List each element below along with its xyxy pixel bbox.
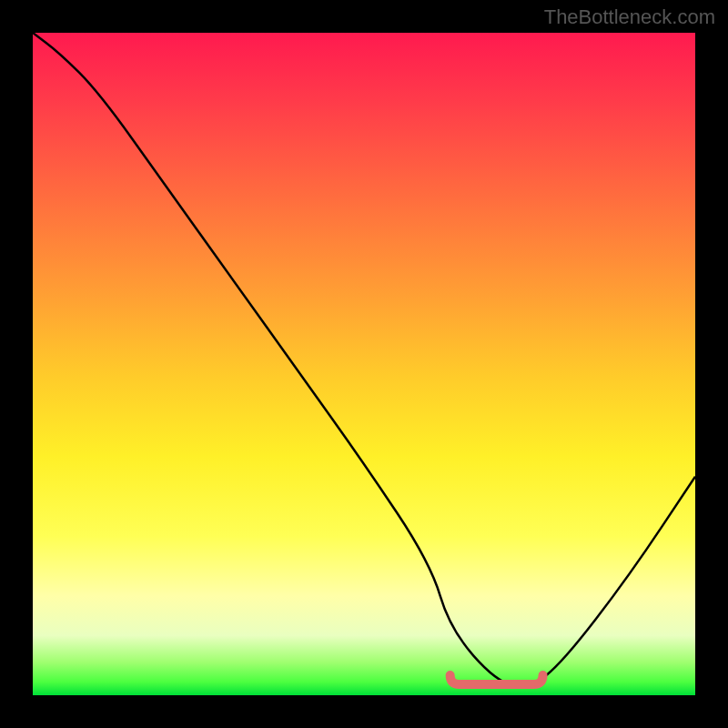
chart-plot-area bbox=[33, 33, 695, 695]
watermark-text: TheBottleneck.com bbox=[544, 5, 715, 29]
bottleneck-curve-line bbox=[33, 33, 695, 686]
chart-svg bbox=[33, 33, 695, 695]
